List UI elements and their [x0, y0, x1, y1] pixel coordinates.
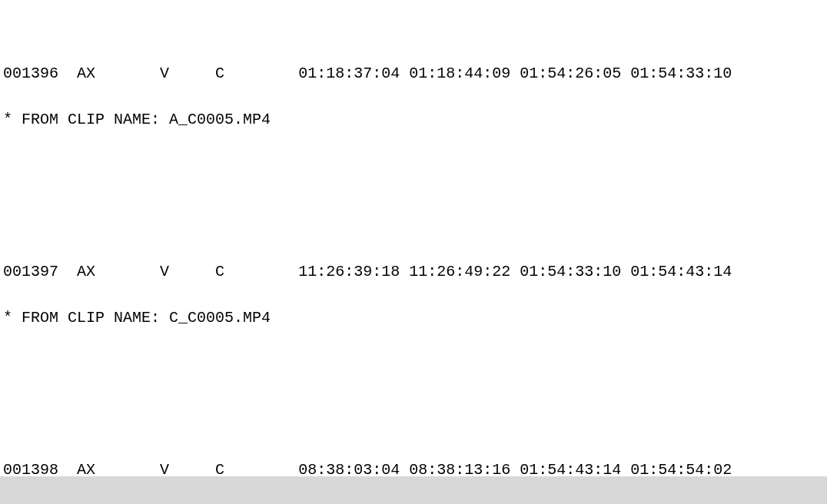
footer-band [0, 476, 827, 504]
edl-event: 001396 AX V C 01:18:37:04 01:18:44:09 01… [3, 35, 824, 158]
event-number: 001397 [3, 263, 58, 280]
clip-name: C_C0005.MP4 [169, 309, 271, 327]
event-number: 001396 [3, 65, 58, 82]
clip-name: A_C0005.MP4 [169, 111, 271, 128]
rec-in: 01:54:33:10 [520, 263, 621, 280]
from-prefix: * FROM CLIP NAME: [3, 309, 160, 327]
edl-edit-line: 001398 AX V C 08:38:03:04 08:38:13:16 01… [3, 463, 824, 478]
track: V [160, 263, 169, 280]
reel: AX [77, 65, 95, 82]
rec-in: 01:54:26:05 [520, 65, 621, 82]
track: V [160, 65, 169, 82]
from-prefix: * FROM CLIP NAME: [3, 111, 160, 128]
edl-listing: 001396 AX V C 01:18:37:04 01:18:44:09 01… [0, 0, 827, 504]
src-out: 11:26:49:22 [409, 263, 510, 280]
transition: C [215, 263, 224, 280]
src-in: 11:26:39:18 [298, 263, 400, 280]
edl-edit-line: 001397 AX V C 11:26:39:18 11:26:49:22 01… [3, 264, 824, 280]
rec-out: 01:54:43:14 [630, 263, 732, 280]
reel: AX [77, 263, 95, 280]
rec-out: 01:54:33:10 [630, 65, 732, 82]
src-in: 01:18:37:04 [298, 65, 400, 82]
src-out: 01:18:44:09 [409, 65, 510, 82]
transition: C [215, 65, 224, 82]
edl-edit-line: 001396 AX V C 01:18:37:04 01:18:44:09 01… [3, 66, 824, 81]
edl-event: 001397 AX V C 11:26:39:18 11:26:49:22 01… [3, 234, 824, 356]
edl-from-line: * FROM CLIP NAME: A_C0005.MP4 [3, 112, 824, 128]
edl-from-line: * FROM CLIP NAME: C_C0005.MP4 [3, 310, 824, 326]
